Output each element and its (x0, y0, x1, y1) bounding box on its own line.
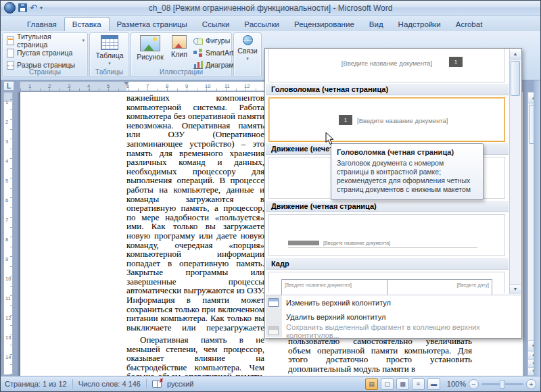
tab-home[interactable]: Главная (20, 18, 64, 31)
gallery-section-kadr: Кадр (266, 258, 509, 270)
tab-page-layout[interactable]: Разметка страницы (110, 18, 195, 31)
document-paragraph: важнейших компонентов компьютерной систе… (126, 93, 264, 334)
group-pages-label: Страницы (3, 68, 87, 76)
header-rule-graphic (288, 247, 477, 248)
tab-stop-selector[interactable]: L (3, 81, 14, 91)
page-number-box: 1 (339, 115, 352, 125)
tab-references[interactable]: Ссылки (195, 18, 237, 31)
zoom-level[interactable]: 100% (443, 380, 466, 388)
header-bar-graphic (288, 241, 319, 245)
smartart-icon (193, 49, 203, 57)
tooltip-body: Заголовок документа с номером страницы в… (337, 159, 477, 194)
menu-item-save-selection: Сохранить выделенный фрагмент в коллекци… (266, 324, 521, 338)
shapes-icon (193, 37, 203, 45)
chevron-down-icon: ▾ (246, 56, 249, 62)
fullscreen-view-button[interactable]: ▢ (381, 378, 394, 390)
gallery-tooltip: Головоломка (четная страница) Заголовок … (331, 143, 484, 200)
tooltip-title: Головоломка (четная страница) (337, 148, 477, 156)
window-title: ch_08 [Режим ограниченной функциональнос… (1, 3, 540, 13)
word-window: ↶ ▾ ch_08 [Режим ограниченной функционал… (0, 0, 541, 392)
language-indicator[interactable]: русский (167, 380, 193, 388)
vertical-ruler[interactable]: 1234567891011121314 (3, 92, 13, 375)
gallery-section-dvizhenie-even: Движение (четная страница) (266, 201, 509, 212)
shapes-button[interactable]: Фигуры ▾ (191, 34, 231, 47)
ribbon-tab-bar: Главная Вставка Разметка страницы Ссылки… (1, 16, 540, 31)
blank-page-icon (7, 49, 14, 57)
outline-view-button[interactable]: ≡ (412, 378, 425, 390)
cover-page-button[interactable]: Титульная страница ▾ (4, 34, 87, 47)
cover-page-icon (7, 36, 14, 45)
gallery-menu: Изменить верхний колонтитул Удалить верх… (266, 295, 521, 337)
chevron-down-icon: ▾ (82, 38, 85, 43)
web-layout-view-button[interactable]: ▩ (396, 378, 409, 390)
chevron-down-icon: ▾ (108, 61, 111, 66)
mouse-cursor (325, 132, 334, 145)
clipart-icon (172, 35, 187, 49)
scroll-up-icon[interactable]: ▲ (510, 49, 521, 59)
picture-button[interactable]: Рисунок (133, 35, 167, 61)
group-tables: Таблица ▾ Таблицы (89, 32, 129, 77)
page-indicator[interactable]: Страница: 1 из 12 (5, 380, 67, 388)
save-selection-icon (268, 326, 279, 335)
group-pages: Титульная страница ▾ Пустая страница Раз… (2, 32, 88, 77)
gallery-item-kadr[interactable]: [Введите название документа] [Введите да… (268, 272, 505, 293)
table-icon (101, 35, 118, 50)
document-paragraph: пользователю самостоятельно увеличивать … (288, 337, 472, 376)
document-paragraph: Оперативная память в не меньшей степени,… (126, 335, 264, 376)
table-button[interactable]: Таблица ▾ (94, 35, 125, 66)
tab-review[interactable]: Рецензирование (287, 18, 362, 31)
group-links: Связи ▾ (233, 32, 262, 77)
tab-acrobat[interactable]: Acrobat (448, 18, 490, 31)
group-illustrations: Рисунок Клип Фигуры ▾ SmartArt Диагра (131, 32, 232, 77)
menu-item-edit-header[interactable]: Изменить верхний колонтитул (266, 295, 521, 310)
gallery-scrollbar[interactable]: ▲ ▼ (509, 49, 521, 294)
word-count[interactable]: Число слов: 4 146 (78, 380, 141, 388)
menu-item-remove-header[interactable]: Удалить верхний колонтитул (266, 310, 521, 324)
proofing-status-icon[interactable] (152, 381, 162, 388)
zoom-in-button[interactable]: + (526, 379, 536, 389)
gallery-item-golovolomka[interactable]: 1 [Введите название документа] (268, 97, 505, 142)
edit-header-icon (268, 298, 279, 307)
tab-insert[interactable]: Вставка (64, 17, 110, 31)
status-bar-right: ▤ ▢ ▩ ≡ ▬ 100% − + (365, 378, 536, 390)
picture-icon (140, 35, 160, 51)
title-bar: ↶ ▾ ch_08 [Режим ограниченной функционал… (1, 1, 540, 16)
group-illustrations-label: Иллюстрации (131, 68, 231, 76)
ruler-ticks (10, 93, 12, 374)
page-number-box: 1 (449, 57, 463, 67)
tab-mailings[interactable]: Рассылки (237, 18, 287, 31)
zoom-slider[interactable] (481, 383, 523, 385)
gallery-item-alphabet[interactable]: [Введите название документа] 1 (268, 49, 505, 82)
window-frame (534, 80, 540, 376)
group-tables-label: Таблицы (90, 68, 128, 76)
gallery-item-dvizhenie-even[interactable]: [Введите название документа] (268, 214, 505, 256)
zoom-slider-thumb[interactable] (500, 380, 505, 389)
print-layout-view-button[interactable]: ▤ (365, 378, 378, 390)
draft-view-button[interactable]: ▬ (427, 378, 440, 390)
tab-addins[interactable]: Надстройки (391, 18, 448, 31)
smartart-button[interactable]: SmartArt (191, 47, 231, 59)
scroll-down-icon[interactable]: ▼ (510, 284, 521, 294)
globe-link-icon (243, 35, 253, 45)
clipart-button[interactable]: Клип (168, 35, 191, 58)
gallery-section-golovolomka: Головоломка (четная страница) (266, 84, 509, 95)
links-button[interactable]: Связи ▾ (235, 35, 260, 62)
status-bar: Страница: 1 из 12 Число слов: 4 146 русс… (1, 376, 540, 391)
zoom-out-button[interactable]: − (469, 379, 479, 389)
scrollbar-thumb[interactable] (511, 61, 520, 96)
tab-view[interactable]: Вид (362, 18, 391, 31)
